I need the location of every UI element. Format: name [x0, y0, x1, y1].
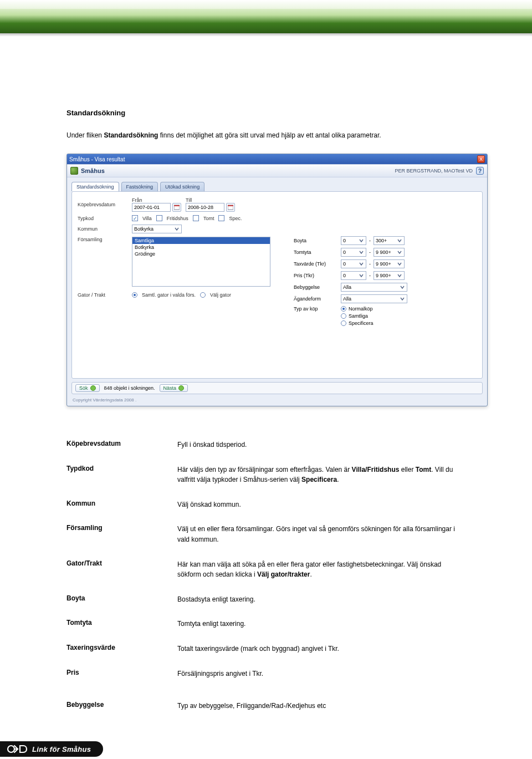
def-desc: Välj önskad kommun.: [177, 500, 466, 510]
form-footer: Sök 848 objekt i sökningen. Nästa: [71, 382, 483, 394]
window-title: Småhus - Visa resultat: [69, 156, 125, 162]
status-text: 848 objekt i sökningen.: [104, 385, 155, 391]
app-header: Småhus PER BERGSTRAND, MAOTest VD ?: [67, 164, 487, 177]
label-typavkop: Typ av köp: [294, 306, 338, 312]
def-desc: Fyll i önskad tidsperiod.: [177, 440, 466, 450]
listbox-forsamling[interactable]: Samtliga Botkyrka Grödinge: [132, 237, 270, 287]
label-gator: Gator / Trakt: [78, 292, 127, 298]
chevron-down-icon: [399, 296, 406, 302]
screenshot: Småhus - Visa resultat X Småhus PER BERG…: [66, 154, 466, 406]
chevron-down-icon: [358, 249, 365, 256]
def-desc: Här väljs den typ av försäljningar som e…: [177, 465, 466, 485]
def-desc: Här kan man välja att söka på en eller f…: [177, 559, 466, 580]
label-kopedatum: Köpebrevsdatum: [78, 202, 127, 207]
def-desc: Tomtyta enligt taxering.: [177, 619, 466, 629]
help-icon[interactable]: ?: [476, 167, 484, 175]
radio-valj-gator[interactable]: [200, 292, 206, 298]
label-fran: Från: [132, 197, 181, 203]
label-typkod: Typkod: [78, 216, 127, 221]
chevron-down-icon: [396, 237, 403, 244]
checkbox-spec[interactable]: [218, 215, 224, 221]
checkbox-villa[interactable]: ✓: [132, 215, 138, 221]
chevron-down-icon: [358, 272, 365, 279]
def-term: Kommun: [66, 500, 161, 510]
def-term: Köpebrevsdatum: [66, 440, 161, 450]
calendar-icon[interactable]: [226, 203, 235, 212]
go-icon: [178, 385, 184, 391]
chevron-down-icon: [396, 261, 403, 267]
chevron-down-icon: [396, 272, 403, 279]
list-item[interactable]: Samtliga: [132, 237, 270, 244]
radio-normalkop[interactable]: [341, 306, 346, 312]
nasta-button[interactable]: Nästa: [160, 384, 188, 392]
dropdown-kommun[interactable]: Botkyrka: [132, 225, 182, 233]
list-item[interactable]: Botkyrka: [132, 244, 270, 251]
svg-rect-1: [174, 205, 180, 206]
dropdown-tax-min[interactable]: 0: [341, 259, 366, 268]
dropdown-boyta-max[interactable]: 300+: [374, 236, 405, 245]
input-fran[interactable]: [132, 203, 171, 212]
dropdown-pris-min[interactable]: 0: [341, 271, 366, 280]
dropdown-boyta-min[interactable]: 0: [341, 236, 366, 245]
window-titlebar: Småhus - Visa resultat X: [67, 154, 487, 164]
form-panel: Köpebrevsdatum Från Till: [71, 191, 483, 379]
copyright-text: Copyright Värderingsdata 2008 .: [67, 396, 487, 406]
def-term: Gator/Trakt: [66, 559, 161, 580]
sok-button[interactable]: Sök: [75, 384, 100, 392]
list-item[interactable]: Grödinge: [132, 251, 270, 257]
label-tomtyta: Tomtyta: [294, 249, 338, 255]
label-taxvarde: Taxvärde (Tkr): [294, 261, 338, 267]
tab-bar: Standardsökning Fastsökning Utökad sökni…: [67, 177, 487, 191]
def-term: Pris: [66, 669, 161, 679]
app-name: Småhus: [81, 167, 105, 174]
brand-logo-icon: [7, 745, 29, 753]
input-till[interactable]: [186, 203, 224, 212]
radio-samtl-gator[interactable]: [132, 292, 137, 298]
dropdown-bebyggelse[interactable]: Alla: [341, 283, 407, 292]
checkbox-tomt[interactable]: [193, 215, 199, 221]
svg-point-4: [8, 746, 14, 752]
radio-specificera[interactable]: [341, 320, 346, 326]
def-term: Bebyggelse: [66, 701, 161, 711]
dropdown-tax-max[interactable]: 9 900+: [374, 259, 405, 268]
page-title: Standardsökning: [66, 109, 466, 117]
chevron-down-icon: [173, 226, 180, 232]
def-term: Tomtyta: [66, 619, 161, 629]
dropdown-tomtyta-max[interactable]: 9 900+: [374, 248, 405, 257]
def-desc: Totalt taxeringsvärde (mark och byggnad)…: [177, 644, 466, 654]
user-label: PER BERGSTRAND, MAOTest VD: [395, 168, 473, 174]
app-icon: [70, 167, 78, 175]
tab-fast[interactable]: Fastsökning: [121, 182, 158, 191]
close-icon[interactable]: X: [477, 155, 485, 163]
def-desc: Typ av bebyggelse, Friliggande/Rad-/Kedj…: [177, 701, 466, 711]
chevron-down-icon: [399, 284, 406, 291]
def-desc: Försäljningspris angivet i Tkr.: [177, 669, 466, 679]
chevron-down-icon: [358, 237, 365, 244]
intro-text: Under fliken Standardsökning finns det m…: [66, 130, 466, 140]
tab-utokad[interactable]: Utökad sökning: [160, 182, 204, 191]
def-desc: Bostadsyta enligt taxering.: [177, 594, 466, 605]
label-agandeform: Ägandeform: [294, 296, 338, 302]
dropdown-agandeform[interactable]: Alla: [341, 294, 407, 303]
chevron-down-icon: [396, 249, 403, 256]
def-term: Taxeringsvärde: [66, 644, 161, 654]
brand-text: Link för Småhus: [32, 745, 91, 753]
go-icon: [90, 385, 96, 391]
def-desc: Välj ut en eller flera församlingar. Gör…: [177, 524, 466, 544]
chevron-down-icon: [358, 261, 365, 267]
tab-standard[interactable]: Standardsökning: [71, 182, 119, 191]
label-kommun: Kommun: [78, 226, 127, 232]
label-bebyggelse: Bebyggelse: [294, 284, 338, 290]
label-pris: Pris (Tkr): [294, 273, 338, 278]
label-boyta: Boyta: [294, 238, 338, 243]
dropdown-tomtyta-min[interactable]: 0: [341, 248, 366, 257]
dropdown-pris-max[interactable]: 9 900+: [374, 271, 405, 280]
svg-rect-3: [228, 205, 233, 206]
calendar-icon[interactable]: [172, 203, 181, 212]
checkbox-fritid[interactable]: [156, 215, 162, 221]
def-term: Församling: [66, 524, 161, 544]
definitions-list: KöpebrevsdatumFyll i önskad tidsperiod. …: [66, 440, 466, 711]
radio-samtliga[interactable]: [341, 313, 346, 319]
label-forsamling: Församling: [78, 237, 127, 242]
def-term: Typdkod: [66, 465, 161, 485]
